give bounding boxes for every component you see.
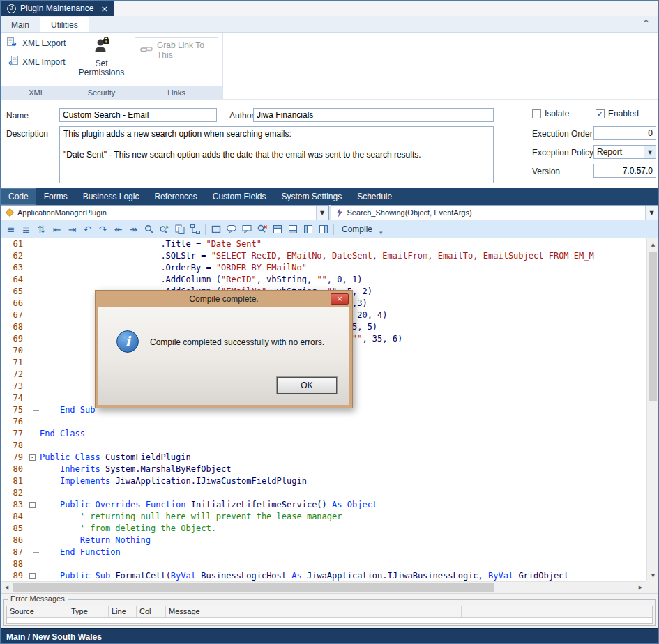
dialog-close-icon[interactable]: ×	[331, 293, 349, 305]
sort-lines-icon[interactable]: ⇅	[34, 222, 49, 236]
tab-business-logic[interactable]: Business Logic	[75, 188, 147, 205]
scroll-up-icon[interactable]: ▲	[647, 238, 658, 250]
set-permissions-icon	[93, 37, 111, 57]
toolbar-overflow-icon[interactable]: ▾	[379, 229, 383, 238]
isolate-label: Isolate	[545, 109, 569, 118]
version-input[interactable]	[593, 164, 656, 178]
chevron-down-icon[interactable]: ▼	[316, 206, 328, 220]
ribbon-tab-main[interactable]: Main	[1, 17, 40, 32]
xml-import-button[interactable]: XML Import	[3, 53, 70, 70]
object-combobox[interactable]: ApplicationManagerPlugin ▼	[1, 205, 329, 220]
exception-policy-select[interactable]: Report ▼	[593, 145, 656, 159]
status-text: Main / New South Wales	[6, 632, 102, 642]
error-messages-grid[interactable]: SourceTypeLineColMessage	[6, 606, 653, 624]
scroll-right-icon[interactable]: ▶	[635, 582, 646, 594]
error-grid-header: SourceTypeLineColMessage	[7, 606, 652, 618]
fold-margin	[27, 321, 40, 333]
split-left-icon[interactable]	[301, 222, 315, 236]
column-header-type[interactable]: Type	[68, 606, 109, 617]
tab-references[interactable]: References	[146, 188, 204, 205]
column-header-line[interactable]: Line	[109, 606, 137, 617]
insert-callout-icon[interactable]	[224, 222, 238, 236]
description-input[interactable]: This plugin adds a new search option whe…	[59, 126, 494, 183]
ribbon-tab-utilities[interactable]: Utilities	[40, 17, 89, 32]
column-header-source[interactable]: Source	[7, 606, 68, 617]
code-line: 78	[1, 440, 646, 452]
redo-icon[interactable]: ↷	[96, 222, 110, 236]
split-right-icon[interactable]	[316, 222, 331, 236]
fold-marker[interactable]: -	[27, 570, 40, 581]
tab-code[interactable]: Code	[1, 188, 36, 205]
collapse-ribbon-icon[interactable]: ^	[642, 18, 650, 29]
code-line: 89- Public Sub FormatCell(ByVal Business…	[1, 570, 646, 581]
scroll-down-icon[interactable]: ▼	[647, 569, 658, 581]
outdent-icon[interactable]: ⇤	[50, 222, 64, 236]
code-line: 61 .Title = "Date Sent"	[1, 238, 646, 250]
ok-button[interactable]: OK	[277, 377, 337, 394]
code-toolbar: ≡≣⇅⇤⇥↶↷↞↠ Compile ▾	[1, 220, 658, 238]
compile-button[interactable]: Compile	[337, 224, 377, 234]
grab-link-button[interactable]: Grab Link To This	[135, 37, 218, 63]
exception-policy-label: Exception Policy	[532, 148, 593, 158]
toolbar-icons: ≡≣⇅⇤⇥↶↷↞↠	[3, 222, 336, 236]
document-tab[interactable]: J Plugin Maintenance ×	[1, 1, 114, 16]
navigate-forward-icon[interactable]: ↠	[126, 222, 141, 236]
author-input[interactable]	[253, 108, 494, 122]
insert-frame-icon[interactable]	[209, 222, 223, 236]
isolate-checkbox[interactable]: Isolate	[532, 109, 569, 118]
horizontal-scrollbar[interactable]: ◀ ▶	[1, 581, 646, 593]
vertical-scrollbar[interactable]: ▲ ▼	[646, 238, 658, 581]
column-header-message[interactable]: Message	[166, 606, 462, 617]
close-icon[interactable]: ×	[100, 3, 108, 14]
chevron-down-icon[interactable]: ▼	[644, 146, 656, 158]
xml-export-button[interactable]: XML Export	[3, 34, 70, 52]
undo-icon[interactable]: ↶	[80, 222, 95, 236]
enabled-checkbox[interactable]: ✓ Enabled	[596, 109, 639, 118]
vertical-scroll-thumb[interactable]	[649, 252, 657, 401]
scroll-left-icon[interactable]: ◀	[1, 582, 13, 594]
tab-schedule[interactable]: Schedule	[349, 188, 400, 205]
split-top-icon[interactable]	[270, 222, 285, 236]
code-line: 80 Inherits System.MarshalByRefObject	[1, 463, 646, 475]
find-icon[interactable]	[142, 222, 156, 236]
tab-custom-fields[interactable]: Custom Fields	[205, 188, 274, 205]
error-messages-panel: Error Messages SourceTypeLineColMessage	[1, 593, 658, 628]
chevron-down-icon[interactable]: ▼	[645, 206, 658, 220]
fold-marker[interactable]: -	[27, 452, 40, 463]
insert-note-icon[interactable]	[239, 222, 254, 236]
group-caption-links: Links	[130, 86, 222, 99]
class-icon	[5, 208, 15, 217]
group-caption-xml: XML	[1, 86, 73, 99]
event-combobox[interactable]: Search_Showing(Object, EventArgs) ▼	[331, 205, 659, 220]
line-number: 70	[1, 345, 27, 357]
enabled-checkbox-box[interactable]: ✓	[596, 109, 605, 118]
execution-order-input[interactable]	[593, 126, 656, 140]
code-line: 87 End Function	[1, 546, 646, 558]
name-input[interactable]	[59, 108, 217, 122]
fold-margin	[27, 357, 40, 369]
fold-margin	[27, 463, 40, 475]
object-combobox-value: ApplicationManagerPlugin	[17, 208, 316, 217]
tab-system-settings[interactable]: System Settings	[273, 188, 349, 205]
set-permissions-button[interactable]: Set Permissions	[73, 33, 130, 86]
tab-forms[interactable]: Forms	[36, 188, 75, 205]
object-browser-icon[interactable]	[188, 222, 202, 236]
horizontal-scroll-thumb[interactable]	[13, 583, 494, 592]
fold-margin	[27, 250, 40, 262]
fold-marker[interactable]: -	[27, 499, 40, 511]
clear-highlights-icon[interactable]	[255, 222, 269, 236]
indent-icon[interactable]: ⇥	[65, 222, 79, 236]
navigate-back-icon[interactable]: ↞	[111, 222, 126, 236]
editor-tab-strip: CodeFormsBusiness LogicReferencesCustom …	[1, 188, 658, 205]
column-header-col[interactable]: Col	[137, 606, 166, 617]
toolbar-separator	[205, 224, 206, 235]
isolate-checkbox-box[interactable]	[532, 109, 541, 118]
dialog-title-bar[interactable]: Compile complete. ×	[96, 291, 352, 307]
bookmarks-icon[interactable]: ≣	[19, 222, 33, 236]
line-numbers-icon[interactable]: ≡	[3, 222, 18, 236]
xml-import-icon	[6, 55, 19, 68]
find-next-icon[interactable]	[157, 222, 172, 236]
line-number: 84	[1, 511, 27, 523]
split-bottom-icon[interactable]	[285, 222, 300, 236]
copy-icon[interactable]	[172, 222, 187, 236]
